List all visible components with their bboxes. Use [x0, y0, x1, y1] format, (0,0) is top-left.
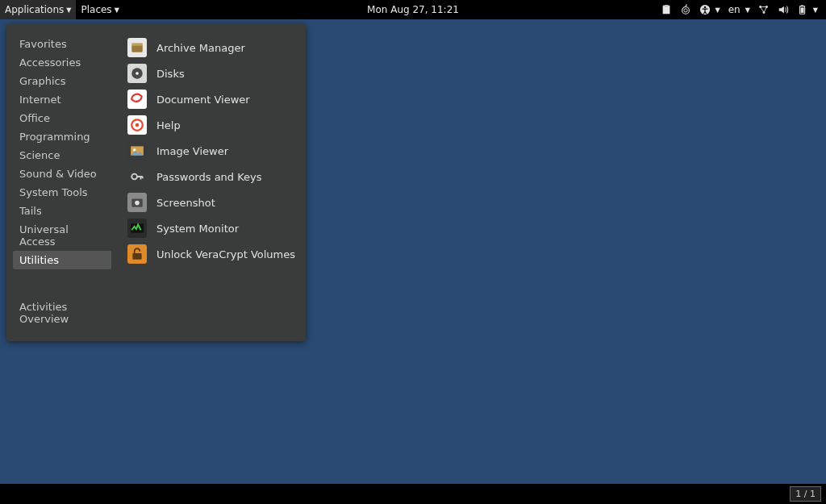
app-label: Unlock VeraCrypt Volumes [156, 248, 295, 260]
app-item[interactable]: Disks [124, 60, 299, 86]
app-item[interactable]: Screenshot [124, 190, 299, 215]
network-icon[interactable] [758, 4, 770, 15]
svg-rect-11 [800, 7, 803, 13]
svg-point-5 [703, 6, 706, 9]
activities-overview[interactable]: Activities Overview [13, 296, 111, 330]
app-list: Archive ManagerDisksDocument ViewerHelpI… [118, 23, 306, 341]
accessibility-icon[interactable]: ▼ [699, 4, 720, 15]
svg-rect-10 [801, 5, 803, 6]
places-menu-label: Places [81, 4, 111, 15]
unlock-icon [127, 244, 147, 264]
workspace-pager[interactable]: 1 / 1 [790, 486, 821, 502]
svg-point-15 [136, 72, 139, 75]
chevron-down-icon: ▼ [115, 6, 119, 14]
app-label: Screenshot [156, 197, 215, 209]
chevron-down-icon: ▼ [813, 6, 818, 14]
app-label: System Monitor [156, 223, 239, 235]
category-item[interactable]: Tails [13, 202, 111, 220]
battery-icon[interactable]: ▼ [797, 4, 818, 15]
app-item[interactable]: Archive Manager [124, 35, 299, 60]
category-item[interactable]: Universal Access [13, 220, 111, 251]
app-item[interactable]: Passwords and Keys [124, 164, 299, 190]
category-item[interactable]: System Tools [13, 183, 111, 202]
places-menu[interactable]: Places ▼ [76, 0, 123, 19]
category-item[interactable]: Internet [13, 90, 111, 109]
document-icon [127, 90, 147, 109]
category-list: FavoritesAccessoriesGraphicsInternetOffi… [6, 23, 118, 341]
category-item[interactable]: Sound & Video [13, 165, 111, 183]
app-label: Archive Manager [156, 42, 245, 54]
keyboard-layout-label: en [728, 4, 740, 15]
monitor-icon [127, 219, 147, 238]
help-icon [127, 115, 147, 135]
keys-icon [127, 167, 147, 186]
svg-rect-1 [664, 5, 668, 7]
applications-menu-label: Applications [5, 4, 64, 15]
app-label: Passwords and Keys [156, 171, 262, 183]
svg-rect-13 [131, 43, 143, 45]
archive-icon [127, 38, 147, 57]
applications-popup: FavoritesAccessoriesGraphicsInternetOffi… [6, 23, 306, 341]
svg-rect-24 [132, 253, 141, 260]
system-tray: ▼ en ▼ ▼ [661, 4, 826, 15]
applications-menu[interactable]: Applications ▼ [0, 0, 76, 19]
bottom-bar: 1 / 1 [0, 484, 826, 504]
disks-icon [127, 64, 147, 83]
svg-point-22 [135, 201, 140, 206]
app-item[interactable]: Document Viewer [124, 86, 299, 112]
panel-clock[interactable]: Mon Aug 27, 11:21 [367, 4, 459, 15]
app-item[interactable]: Unlock VeraCrypt Volumes [124, 241, 299, 267]
workspace-indicator: 1 / 1 [795, 489, 816, 499]
screenshot-icon [127, 193, 147, 212]
chevron-down-icon: ▼ [715, 6, 720, 14]
svg-point-2 [682, 7, 689, 15]
chevron-down-icon: ▼ [745, 6, 750, 14]
volume-icon[interactable] [778, 4, 789, 15]
image-icon [127, 141, 147, 160]
app-label: Disks [156, 68, 185, 80]
app-label: Image Viewer [156, 145, 228, 157]
top-panel: Applications ▼ Places ▼ Mon Aug 27, 11:2… [0, 0, 826, 19]
app-label: Document Viewer [156, 94, 250, 106]
chevron-down-icon: ▼ [66, 6, 71, 14]
svg-point-17 [136, 123, 140, 127]
app-item[interactable]: System Monitor [124, 215, 299, 241]
category-item[interactable]: Accessories [13, 53, 111, 72]
svg-point-3 [683, 9, 686, 12]
category-item[interactable]: Office [13, 109, 111, 127]
svg-rect-12 [131, 45, 143, 52]
category-item[interactable]: Programming [13, 127, 111, 146]
svg-point-20 [131, 174, 137, 180]
onion-icon[interactable] [680, 4, 691, 15]
app-item[interactable]: Image Viewer [124, 138, 299, 164]
app-label: Help [156, 119, 181, 131]
clipboard-icon[interactable] [661, 4, 672, 15]
category-item[interactable]: Science [13, 146, 111, 165]
keyboard-layout-indicator[interactable]: en ▼ [728, 4, 750, 15]
app-item[interactable]: Help [124, 112, 299, 138]
category-item[interactable]: Graphics [13, 72, 111, 90]
category-item[interactable]: Utilities [13, 251, 111, 269]
category-item[interactable]: Favorites [13, 35, 111, 53]
